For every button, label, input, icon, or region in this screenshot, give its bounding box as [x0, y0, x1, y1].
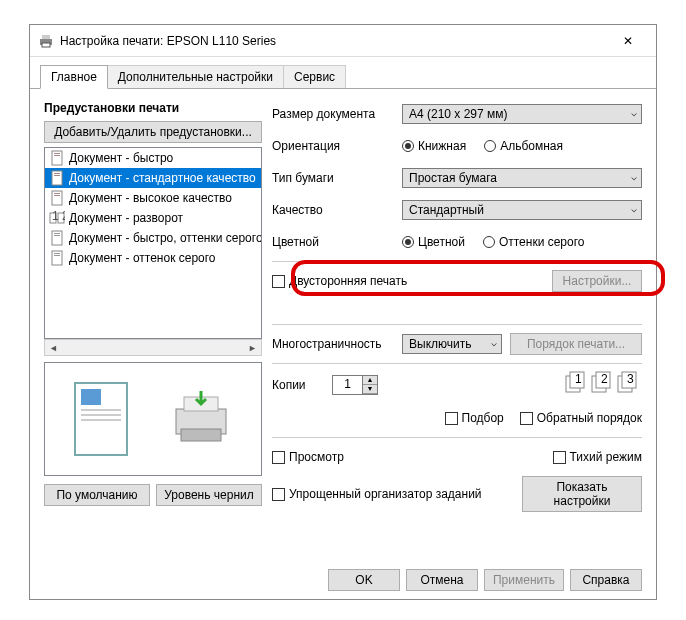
titlebar: Настройка печати: EPSON L110 Series ✕ [30, 25, 656, 57]
doc-size-label: Размер документа [272, 107, 402, 121]
spin-down-icon[interactable]: ▼ [363, 385, 377, 394]
orientation-label: Ориентация [272, 139, 402, 153]
svg-rect-16 [54, 233, 60, 234]
close-button[interactable]: ✕ [608, 27, 648, 55]
quality-select[interactable]: Стандартный [402, 200, 642, 220]
checkbox-icon [445, 412, 458, 425]
presets-header: Предустановки печати [44, 101, 262, 115]
radio-icon [483, 236, 495, 248]
radio-icon [484, 140, 496, 152]
duplex-checkbox[interactable]: Двусторонняя печать [272, 274, 407, 288]
multipage-select[interactable]: Выключить [402, 334, 502, 354]
preset-item[interactable]: Документ - быстро, оттенки серого [45, 228, 261, 248]
doc-size-select[interactable]: A4 (210 x 297 мм) [402, 104, 642, 124]
duplex-settings-button: Настройки... [552, 270, 642, 292]
preset-item[interactable]: Документ - быстро [45, 148, 261, 168]
tab-service[interactable]: Сервис [284, 65, 346, 88]
preview-checkbox[interactable]: Просмотр [272, 450, 344, 464]
svg-rect-7 [54, 173, 60, 174]
svg-rect-24 [81, 414, 121, 416]
print-settings-dialog: Настройка печати: EPSON L110 Series ✕ Гл… [29, 24, 657, 600]
organizer-checkbox[interactable]: Упрощенный организатор заданий [272, 487, 482, 501]
preset-item[interactable]: Документ - высокое качество [45, 188, 261, 208]
multipage-label: Многостраничность [272, 337, 402, 351]
page-order-button: Порядок печати... [510, 333, 642, 355]
svg-rect-19 [54, 253, 60, 254]
spread-icon: 1 2 [49, 210, 65, 226]
preset-list[interactable]: Документ - быстро Документ - стандартное… [44, 147, 262, 339]
orientation-landscape-radio[interactable]: Альбомная [484, 139, 563, 153]
svg-rect-20 [54, 255, 60, 256]
cancel-button[interactable]: Отмена [406, 569, 478, 591]
checkbox-icon [520, 412, 533, 425]
help-button[interactable]: Справка [570, 569, 642, 591]
paper-type-label: Тип бумаги [272, 171, 402, 185]
checkbox-icon [272, 488, 285, 501]
orientation-portrait-radio[interactable]: Книжная [402, 139, 466, 153]
svg-text:1: 1 [575, 372, 582, 386]
preset-item-selected[interactable]: Документ - стандартное качество [45, 168, 261, 188]
checkbox-icon [272, 275, 285, 288]
ink-level-button[interactable]: Уровень чернил [156, 484, 262, 506]
preset-item[interactable]: 1 2Документ - разворот [45, 208, 261, 228]
svg-text:3: 3 [627, 372, 634, 386]
copies-spinner[interactable]: 1▲▼ [332, 375, 378, 395]
color-label: Цветной [272, 235, 402, 249]
preview-panel [44, 362, 262, 476]
radio-checked-icon [402, 140, 414, 152]
doc-gray-icon [49, 230, 65, 246]
doc-gray-icon [49, 250, 65, 266]
add-remove-presets-button[interactable]: Добавить/Удалить предустановки... [44, 121, 262, 143]
copies-label: Копии [272, 378, 332, 392]
svg-rect-11 [54, 195, 60, 196]
svg-rect-1 [42, 35, 50, 39]
apply-button: Применить [484, 569, 564, 591]
svg-text:1 2: 1 2 [52, 210, 65, 223]
svg-rect-5 [54, 155, 60, 156]
svg-rect-22 [81, 389, 101, 405]
svg-rect-10 [54, 193, 60, 194]
doc-icon [49, 170, 65, 186]
spin-up-icon[interactable]: ▲ [363, 376, 377, 385]
svg-text:2: 2 [601, 372, 608, 386]
show-settings-button[interactable]: Показать настройки [522, 476, 642, 512]
quality-label: Качество [272, 203, 402, 217]
quiet-checkbox[interactable]: Тихий режим [553, 450, 642, 464]
printer-icon [38, 33, 54, 49]
radio-checked-icon [402, 236, 414, 248]
checkbox-icon [553, 451, 566, 464]
preset-item[interactable]: Документ - оттенок серого [45, 248, 261, 268]
scroll-right-icon[interactable]: ► [244, 340, 261, 355]
paper-type-select[interactable]: Простая бумага [402, 168, 642, 188]
checkbox-icon [272, 451, 285, 464]
collate-illustration-icon: 123 [560, 370, 642, 399]
collate-checkbox[interactable]: Подбор [445, 411, 504, 425]
tab-main[interactable]: Главное [40, 65, 108, 89]
ok-button[interactable]: OK [328, 569, 400, 591]
reverse-checkbox[interactable]: Обратный порядок [520, 411, 642, 425]
page-preview-icon [71, 379, 131, 459]
svg-rect-17 [54, 235, 60, 236]
tab-bar: Главное Дополнительные настройки Сервис [30, 61, 656, 89]
scroll-left-icon[interactable]: ◄ [45, 340, 62, 355]
doc-icon [49, 190, 65, 206]
svg-rect-23 [81, 409, 121, 411]
svg-rect-8 [54, 175, 60, 176]
svg-rect-28 [181, 429, 221, 441]
color-gray-radio[interactable]: Оттенки серого [483, 235, 585, 249]
color-color-radio[interactable]: Цветной [402, 235, 465, 249]
svg-rect-4 [54, 153, 60, 154]
default-button[interactable]: По умолчанию [44, 484, 150, 506]
svg-rect-25 [81, 419, 121, 421]
doc-icon [49, 150, 65, 166]
svg-rect-2 [42, 43, 50, 47]
tab-advanced[interactable]: Дополнительные настройки [108, 65, 284, 88]
window-title: Настройка печати: EPSON L110 Series [60, 34, 608, 48]
printer-preview-icon [166, 389, 236, 449]
horizontal-scrollbar[interactable]: ◄► [44, 339, 262, 356]
